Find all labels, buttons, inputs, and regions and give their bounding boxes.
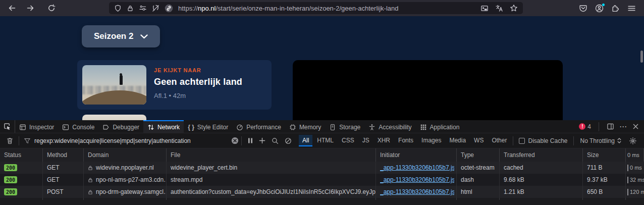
pick-element-button[interactable] <box>0 120 15 133</box>
table-row[interactable]: 200 GET npo-nl-ams-p27-am3.cdn… stream.m… <box>0 174 644 186</box>
accessibility-icon <box>368 124 375 131</box>
disable-cache-label: Disable Cache <box>528 137 567 144</box>
size-cell: 711 B <box>583 162 626 174</box>
plus-icon <box>259 137 265 144</box>
throttling-select[interactable]: No Throttling <box>576 137 626 144</box>
pause-requests-button[interactable] <box>244 137 256 144</box>
filter-category-js[interactable]: JS <box>359 135 373 146</box>
filter-urls-input[interactable] <box>34 137 228 144</box>
filter-category-media[interactable]: Media <box>446 135 469 146</box>
initiator-link[interactable]: _app-11330b3206b105b7.js:… <box>380 188 454 195</box>
tab-application[interactable]: Application <box>416 120 464 133</box>
https-lock-icon <box>88 189 93 195</box>
now-playing-card[interactable]: JE KIJKT NAAR Geen achterlijk land Afl.1… <box>77 60 272 110</box>
method-cell: GET <box>43 162 84 174</box>
filter-category-other[interactable]: Other <box>488 135 510 146</box>
episode-thumbnail <box>82 65 146 105</box>
split-console-icon <box>607 123 614 130</box>
forward-icon <box>26 4 34 12</box>
column-header-initiator[interactable]: Initiator <box>376 148 457 162</box>
domain-cell: npo-drm-gateway.samgcl… <box>96 188 167 195</box>
filter-category-ws[interactable]: WS <box>470 135 487 146</box>
next-episode-card[interactable] <box>82 115 146 120</box>
clear-filter-button[interactable] <box>231 137 239 144</box>
split-console-button[interactable] <box>607 123 614 130</box>
season-selector-button[interactable]: Seizoen 2 <box>82 25 160 47</box>
tab-storage[interactable]: Storage <box>325 120 364 133</box>
console-icon <box>62 124 69 131</box>
account-button[interactable] <box>595 4 604 13</box>
column-header-timeline[interactable]: 0 ms <box>626 148 644 162</box>
chevron-down-icon <box>140 34 148 39</box>
time-cell: 120 ms <box>630 189 644 195</box>
page-scrollbar-thumb[interactable] <box>640 50 643 63</box>
block-icon <box>285 137 292 144</box>
column-header-type[interactable]: Type <box>457 148 500 162</box>
tab-accessibility[interactable]: Accessibility <box>364 120 415 133</box>
file-cell: stream.mpd <box>167 174 376 186</box>
debugger-icon <box>102 124 110 131</box>
back-icon <box>8 4 16 12</box>
tracking-protection-off-icon[interactable] <box>152 5 159 12</box>
tab-network[interactable]: Network <box>143 120 184 133</box>
tab-inspector[interactable]: Inspector <box>15 120 58 133</box>
close-devtools-button[interactable] <box>632 123 639 130</box>
pocket-icon[interactable] <box>579 4 587 13</box>
permissions-icon[interactable] <box>139 5 147 12</box>
column-header-file[interactable]: File <box>167 148 376 162</box>
initiator-link[interactable]: _app-11330b3206b105b7.js:… <box>380 176 454 183</box>
table-row[interactable]: 200 POST npo-drm-gateway.samgcl… authent… <box>0 186 644 198</box>
filter-category-images[interactable]: Images <box>418 135 445 146</box>
lock-icon[interactable] <box>127 5 134 12</box>
urlbar-page-actions <box>480 4 518 12</box>
filter-category-css[interactable]: CSS <box>338 135 358 146</box>
tab-memory[interactable]: Memory <box>285 120 325 133</box>
domain-cell: widevine.npoplayer.nl <box>96 164 154 171</box>
reload-button[interactable] <box>44 2 59 14</box>
tab-style-editor[interactable]: { } Style Editor <box>184 120 232 133</box>
tab-debugger[interactable]: Debugger <box>98 120 143 133</box>
column-header-method[interactable]: Method <box>43 148 84 162</box>
filter-category-all[interactable]: All <box>299 135 312 146</box>
filter-category-xhr[interactable]: XHR <box>374 135 394 146</box>
clear-requests-button[interactable] <box>3 137 16 144</box>
tab-performance[interactable]: Performance <box>232 120 285 133</box>
file-cell: authentication?custom_data=eyJhbGciOiJIU… <box>167 186 376 198</box>
filter-category-fonts[interactable]: Fonts <box>395 135 417 146</box>
extensions-puzzle-icon[interactable] <box>611 4 620 13</box>
url-text: https://npo.nl/start/serie/onze-man-in-t… <box>178 5 398 12</box>
url-bar[interactable]: https://npo.nl/start/serie/onze-man-in-t… <box>109 2 523 14</box>
tab-console[interactable]: Console <box>58 120 98 133</box>
error-count: 4 <box>587 123 591 130</box>
column-header-transferred[interactable]: Transferred <box>500 148 583 162</box>
translate-icon[interactable] <box>495 5 503 12</box>
transferred-cell: 9.68 kB <box>500 174 583 186</box>
back-button[interactable] <box>5 2 19 14</box>
initiator-link[interactable]: _app-11330b3206b105b7.js:… <box>380 164 454 171</box>
video-player[interactable] <box>293 60 563 120</box>
settings-gear-icon <box>629 137 637 145</box>
column-header-domain[interactable]: Domain <box>84 148 167 162</box>
table-row[interactable]: 200 GET widevine.npoplayer.nl widevine_p… <box>0 162 644 174</box>
disable-cache-checkbox[interactable] <box>519 138 525 144</box>
extension-page-action-icon[interactable] <box>165 4 173 13</box>
filter-category-html[interactable]: HTML <box>313 135 337 146</box>
disable-cache-control[interactable]: Disable Cache <box>516 137 570 144</box>
search-requests-button[interactable] <box>269 137 282 144</box>
network-settings-button[interactable] <box>626 137 641 145</box>
shield-icon[interactable] <box>114 5 122 12</box>
add-request-button[interactable] <box>256 137 269 144</box>
more-options-button[interactable]: ⋯ <box>619 124 627 129</box>
forward-button[interactable] <box>23 2 37 14</box>
network-filter-toolbar: All HTML CSS JS XHR Fonts Images Media W… <box>0 133 644 148</box>
picture-in-picture-icon[interactable] <box>480 5 489 12</box>
error-count-button[interactable]: ! 4 <box>579 123 591 130</box>
column-header-status[interactable]: Status <box>0 148 43 162</box>
size-cell: 9.37 kB <box>583 174 626 186</box>
url-scheme: https:// <box>178 5 198 12</box>
column-header-size[interactable]: Size <box>583 148 626 162</box>
menu-icon[interactable] <box>627 4 636 13</box>
bookmark-star-icon[interactable] <box>510 4 518 12</box>
method-cell: POST <box>43 186 84 198</box>
block-requests-button[interactable] <box>282 137 295 144</box>
